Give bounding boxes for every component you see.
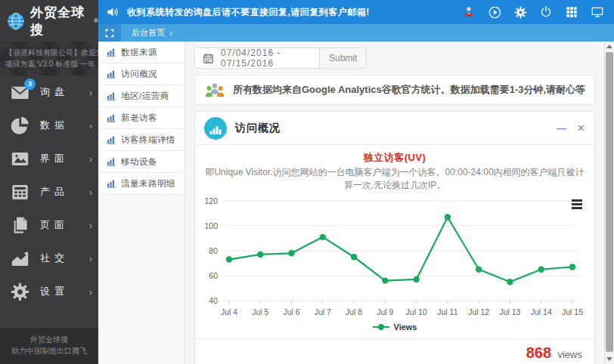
submenu-item-mobile-device[interactable]: 移动设备 (98, 151, 185, 173)
breadcrumb-home-link[interactable]: 后台首页 (132, 27, 165, 39)
legend-line-icon (373, 326, 389, 328)
scrollbar-thumb[interactable] (606, 52, 613, 352)
page-scrollbar[interactable] (604, 42, 614, 364)
sidebar-item-settings[interactable]: 设置 › (0, 275, 98, 308)
pages-icon (10, 215, 30, 236)
power-icon[interactable] (538, 5, 554, 20)
svg-text:100: 100 (204, 221, 218, 230)
analytics-notice-text: 所有数据均来自Google Analytics谷歌官方统计。数据加载需要1-3分… (233, 83, 585, 97)
welcome-block: 【谷道科技有限公司】欢迎您! 项目方案:V3.0 标准版 一年 (0, 42, 98, 76)
svg-text:Jul 6: Jul 6 (283, 307, 299, 316)
submenu-item-label: 访问概况 (121, 69, 157, 80)
scroll-down-icon[interactable] (605, 354, 614, 364)
avatar-icon[interactable] (461, 5, 476, 20)
product-grid-icon (10, 182, 30, 202)
bar-chart-icon (107, 113, 116, 122)
minimize-icon[interactable]: — (557, 123, 566, 133)
svg-text:Jul 9: Jul 9 (377, 307, 393, 316)
expand-icon[interactable] (98, 24, 121, 42)
panel-title: 访问概况 (235, 122, 281, 135)
submenu-item-region-carrier[interactable]: 地区/运营商 (98, 85, 185, 107)
sidebar-item-data[interactable]: 数据 › (0, 109, 98, 142)
chevron-right-icon: › (89, 153, 92, 165)
brand-name: 外贸全球搜 (30, 4, 94, 39)
sidebar-item-inquiry[interactable]: 3 询盘 › (0, 76, 98, 109)
sidebar-footer: 外贸全球搜 助力中国制造出口腾飞 (0, 328, 98, 364)
topbar-main: 收到系统转发的询盘后请不要直接回复,请回复到客户邮箱! (98, 0, 614, 42)
close-icon[interactable]: ✕ (577, 123, 585, 133)
chart-description-line2: 算一次,无论换过几次IP。 (195, 179, 594, 192)
submenu-item-visit-overview[interactable]: 访问概况 (98, 63, 185, 85)
chart-description: 即Unique Visitor.访问您网站的一台电脑客户端为一个访客。00:00… (195, 166, 594, 192)
sidebar-item-label: 数据 (40, 119, 69, 132)
svg-text:Jul 8: Jul 8 (346, 307, 362, 316)
chart-description-line1: 即Unique Visitor.访问您网站的一台电脑客户端为一个访客。00:00… (195, 166, 594, 179)
svg-text:Jul 10: Jul 10 (406, 307, 427, 316)
chart-menu-icon[interactable] (572, 199, 582, 211)
submenu-item-label: 新老访客 (121, 113, 157, 124)
sidebar-item-label: 询盘 (40, 85, 69, 99)
svg-text:Jul 7: Jul 7 (315, 307, 331, 316)
welcome-company: 【谷道科技有限公司】欢迎您! (5, 47, 94, 58)
svg-text:Jul 12: Jul 12 (468, 307, 489, 316)
svg-text:80: 80 (209, 246, 218, 255)
total-views-unit: views (557, 349, 582, 360)
svg-text:Jul 4: Jul 4 (221, 307, 237, 316)
sidebar-item-label: 界面 (40, 152, 69, 165)
submenu-item-new-returning[interactable]: 新老访客 (98, 107, 185, 129)
submit-button[interactable]: Submit (319, 48, 366, 68)
svg-text:Jul 11: Jul 11 (437, 307, 457, 316)
uv-line-chart: 406080100120Jul 4Jul 5Jul 6Jul 7Jul 8Jul… (195, 192, 594, 320)
chevron-right-icon: › (89, 120, 92, 131)
sidebar-item-label: 设置 (40, 285, 69, 298)
chevron-right-icon: › (89, 220, 92, 231)
svg-text:120: 120 (204, 196, 218, 205)
top-header: 外贸全球搜 ® 收到系统转发的询盘后请不要直接回复,请回复到客户邮箱! (0, 0, 614, 42)
bar-chart-icon (107, 69, 116, 79)
bar-chart-icon (107, 179, 116, 188)
people-group-icon (204, 82, 225, 98)
system-notice-text: 收到系统转发的询盘后请不要直接回复,请回复到客户邮箱! (127, 6, 370, 19)
globe-icon (6, 11, 26, 31)
submenu-item-label: 移动设备 (121, 156, 157, 168)
scroll-up-icon[interactable] (605, 42, 614, 51)
legend-dot-icon (378, 324, 384, 330)
sidebar-item-social[interactable]: 社交 › (0, 242, 98, 275)
app-window: 外贸全球搜 ® 收到系统转发的询盘后请不要直接回复,请回复到客户邮箱! (0, 0, 614, 364)
brand-logo[interactable]: 外贸全球搜 ® (0, 0, 98, 42)
speaker-icon (106, 5, 119, 19)
welcome-plan: 项目方案:V3.0 标准版 一年 (5, 58, 94, 69)
grid-icon[interactable] (564, 5, 579, 20)
breadcrumb-bar: 后台首页 › (98, 24, 614, 42)
total-views-value: 868 (526, 344, 551, 361)
date-range-input[interactable]: 07/04/2016 - 07/15/2016 (221, 48, 319, 68)
play-circle-icon[interactable] (487, 5, 502, 20)
footer-slogan: 助力中国制造出口腾飞 (0, 345, 98, 356)
submenu-item-label: 地区/运营商 (121, 91, 169, 102)
svg-text:60: 60 (209, 271, 218, 280)
notification-bar: 收到系统转发的询盘后请不要直接回复,请回复到客户邮箱! (98, 0, 614, 24)
svg-text:Jul 13: Jul 13 (499, 307, 520, 316)
monitor-icon[interactable] (590, 5, 605, 20)
submenu-item-traffic-detail[interactable]: 流量来路明细 (98, 173, 185, 195)
main-sidebar: 【谷道科技有限公司】欢迎您! 项目方案:V3.0 标准版 一年 3 询盘 › (0, 42, 98, 364)
submenu-item-data-source[interactable]: 数据来源 (98, 42, 185, 63)
submenu-item-visitor-terminal[interactable]: 访客终端详情 (98, 129, 185, 151)
bar-chart-icon (107, 91, 116, 100)
sidebar-item-product[interactable]: 产品 › (0, 175, 98, 208)
sidebar-item-interface[interactable]: 界面 › (0, 142, 98, 175)
svg-text:Jul 14: Jul 14 (531, 307, 552, 316)
chevron-right-icon: › (89, 187, 92, 198)
svg-text:40: 40 (209, 296, 218, 305)
total-views-row: 868 views (195, 339, 594, 364)
chart-legend[interactable]: Views (195, 320, 594, 334)
main-content: 07/04/2016 - 07/15/2016 Submit 所有数据均来自Go… (185, 42, 604, 364)
sidebar-item-page[interactable]: 页面 › (0, 208, 98, 242)
calendar-icon[interactable] (195, 48, 221, 68)
panel-header: 访问概况 — ✕ (195, 112, 594, 145)
bar-chart-icon (107, 135, 116, 144)
gear-icon[interactable] (513, 5, 528, 20)
page-body: 【谷道科技有限公司】欢迎您! 项目方案:V3.0 标准版 一年 3 询盘 › (0, 42, 614, 364)
sidebar-item-label: 社交 (40, 251, 69, 265)
chevron-right-icon: › (89, 253, 92, 264)
